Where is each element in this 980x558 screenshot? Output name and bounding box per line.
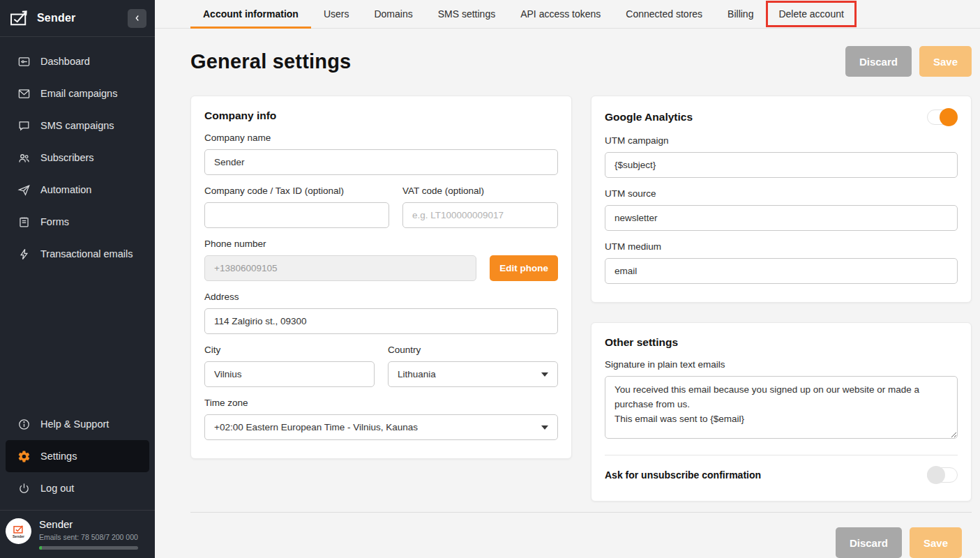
vat-code-input[interactable] (402, 202, 558, 228)
save-button-bottom[interactable]: Save (910, 527, 962, 558)
sidebar-item-label: Help & Support (40, 418, 109, 430)
unsubscribe-confirmation-row: Ask for unsubscribe confirmation (605, 467, 958, 483)
avatar-caption: Sender (13, 535, 24, 538)
sidebar-collapse-button[interactable] (128, 9, 146, 28)
sidebar-item-forms[interactable]: Forms (0, 206, 155, 238)
timezone-label: Time zone (204, 398, 558, 408)
other-settings-card: Other settings Signature in plain text e… (591, 322, 972, 502)
divider (605, 455, 958, 455)
sidebar-item-automation[interactable]: Automation (0, 174, 155, 206)
city-label: City (204, 345, 375, 355)
sidebar-item-email-campaigns[interactable]: Email campaigns (0, 77, 155, 110)
sidebar-item-dashboard[interactable]: Dashboard (0, 45, 155, 77)
utm-medium-input[interactable] (605, 258, 958, 284)
country-label: Country (388, 345, 558, 355)
settings-tabbar: Account information Users Domains SMS se… (155, 0, 980, 29)
utm-campaign-label: UTM campaign (605, 135, 958, 146)
unsubscribe-confirmation-label: Ask for unsubscribe confirmation (605, 469, 761, 481)
utm-medium-field: UTM medium (605, 241, 958, 284)
sidebar-item-sms-campaigns[interactable]: SMS campaigns (0, 110, 155, 142)
avatar-logo-icon (13, 525, 25, 534)
paper-plane-icon (17, 183, 31, 197)
save-button[interactable]: Save (919, 46, 972, 77)
vat-code-label: VAT code (optional) (402, 186, 558, 196)
discard-button[interactable]: Discard (845, 46, 912, 77)
tab-domains[interactable]: Domains (361, 0, 425, 28)
google-analytics-title: Google Analytics (605, 111, 693, 123)
sidebar-nav: Dashboard Email campaigns SMS campaigns … (0, 37, 155, 270)
company-code-input[interactable] (204, 202, 389, 228)
country-select-value: Lithuania (398, 369, 436, 379)
tab-users[interactable]: Users (311, 0, 362, 28)
utm-source-input[interactable] (605, 205, 958, 231)
page-header: General settings Discard Save (155, 29, 980, 77)
company-name-field: Company name (204, 133, 558, 175)
toggle-knob (927, 466, 945, 484)
timezone-select-value: +02:00 Eastern European Time - Vilnius, … (214, 422, 418, 432)
address-input[interactable] (204, 308, 558, 334)
google-analytics-toggle[interactable] (927, 110, 958, 125)
sidebar-item-transactional-emails[interactable]: Transactional emails (0, 238, 155, 270)
company-name-input[interactable] (204, 149, 558, 175)
chevron-down-icon (541, 425, 548, 430)
vat-code-field: VAT code (optional) (402, 186, 558, 228)
sidebar-item-label: Email campaigns (40, 88, 117, 99)
address-field: Address (204, 292, 558, 334)
gear-icon (17, 449, 31, 463)
sidebar-item-label: Forms (40, 216, 69, 227)
tab-api-access-tokens[interactable]: API access tokens (508, 0, 613, 28)
signature-field: Signature in plain text emails You recei… (605, 359, 958, 442)
left-column: Company info Company name Company code /… (190, 96, 572, 459)
sidebar-item-label: Subscribers (40, 152, 94, 163)
discard-button-bottom[interactable]: Discard (836, 527, 902, 558)
sidebar-item-label: Log out (40, 483, 74, 494)
country-field: Country Lithuania (388, 345, 558, 387)
city-input[interactable] (204, 361, 375, 387)
speech-bubble-icon (17, 119, 31, 133)
chevron-left-icon (133, 14, 142, 22)
other-settings-title: Other settings (605, 336, 958, 349)
sidebar-item-label: Settings (40, 451, 77, 462)
utm-campaign-field: UTM campaign (605, 135, 958, 178)
company-info-title: Company info (204, 110, 558, 122)
company-code-field: Company code / Tax ID (optional) (204, 186, 389, 228)
sidebar-item-label: Automation (40, 184, 91, 195)
sidebar: Sender Dashboard Email campaigns SMS cam… (0, 0, 155, 558)
brand-name: Sender (37, 12, 75, 24)
country-select[interactable]: Lithuania (388, 361, 558, 387)
page-title: General settings (190, 50, 351, 73)
account-name: Sender (39, 518, 146, 530)
settings-content: Company info Company name Company code /… (155, 77, 980, 502)
info-icon (17, 417, 31, 431)
tab-account-information[interactable]: Account information (190, 0, 311, 28)
tab-billing[interactable]: Billing (715, 0, 766, 28)
edit-phone-button[interactable]: Edit phone (490, 255, 558, 281)
sidebar-item-help-support[interactable]: Help & Support (0, 408, 155, 440)
main-content: Account information Users Domains SMS se… (155, 0, 980, 558)
envelope-icon (17, 86, 31, 100)
sidebar-item-settings[interactable]: Settings (6, 440, 149, 472)
sidebar-item-log-out[interactable]: Log out (0, 472, 155, 504)
sidebar-item-label: Transactional emails (40, 248, 133, 259)
unsubscribe-confirmation-toggle[interactable] (927, 467, 958, 483)
timezone-field: Time zone +02:00 Eastern European Time -… (204, 398, 558, 440)
tab-connected-stores[interactable]: Connected stores (613, 0, 715, 28)
lightning-icon (17, 247, 31, 261)
utm-campaign-input[interactable] (605, 152, 958, 178)
company-info-card: Company info Company name Company code /… (190, 96, 572, 459)
timezone-select[interactable]: +02:00 Eastern European Time - Vilnius, … (204, 414, 558, 440)
signature-textarea[interactable]: You received this email because you sign… (605, 376, 958, 439)
footer-actions: Discard Save (190, 513, 972, 558)
tab-sms-settings[interactable]: SMS settings (425, 0, 508, 28)
account-summary[interactable]: Sender Sender Emails sent: 78 508/7 200 … (0, 510, 155, 558)
address-label: Address (204, 292, 558, 302)
notepad-icon (17, 215, 31, 229)
sidebar-item-label: Dashboard (40, 56, 90, 67)
power-icon (17, 481, 31, 495)
tab-delete-account[interactable]: Delete account (766, 1, 856, 27)
account-info: Sender Emails sent: 78 508/7 200 000 (39, 518, 146, 550)
sidebar-item-label: SMS campaigns (40, 120, 114, 131)
account-usage: Emails sent: 78 508/7 200 000 (39, 533, 146, 541)
right-column: Google Analytics UTM campaign UTM source… (591, 96, 972, 502)
sidebar-item-subscribers[interactable]: Subscribers (0, 142, 155, 174)
